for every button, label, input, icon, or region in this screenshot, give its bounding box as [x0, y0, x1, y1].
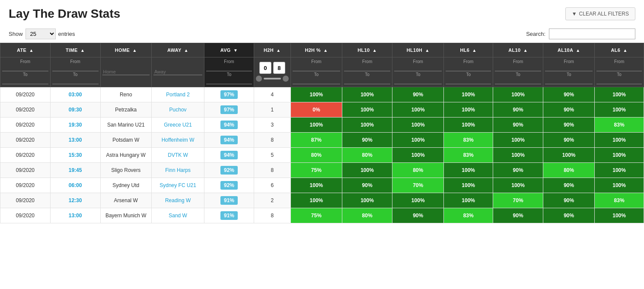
- cell-date: 09/2020: [0, 118, 51, 133]
- filter-al6-to[interactable]: [596, 78, 642, 84]
- entries-label: entries: [58, 31, 75, 37]
- col-al10a[interactable]: AL10A ▲: [543, 43, 595, 57]
- table-row: 09/2020 19:45 Sligo Rovers Finn Harps 92…: [0, 163, 644, 178]
- filter-date-from[interactable]: [2, 65, 48, 71]
- filter-h2hpct-to[interactable]: [293, 78, 340, 84]
- to-label-al10a: To: [545, 72, 593, 77]
- filter-time-from[interactable]: [52, 65, 99, 71]
- cell-hl10h: 100%: [392, 148, 444, 163]
- cell-time: 13:00: [50, 208, 100, 223]
- cell-h2h: 4: [254, 87, 290, 102]
- filter-time: From To: [50, 57, 100, 87]
- clear-filters-button[interactable]: ▼ CLEAR ALL FILTERS: [565, 7, 635, 20]
- cell-al10: 100%: [493, 133, 543, 148]
- filter-time-to[interactable]: [52, 78, 99, 84]
- filter-hl10h-from[interactable]: [394, 65, 442, 71]
- cell-hl6: 83%: [444, 148, 493, 163]
- filter-hl10-from[interactable]: [344, 65, 390, 71]
- cell-al6: 100%: [595, 178, 644, 193]
- col-avg[interactable]: AVG ▼: [204, 43, 254, 57]
- from-label-time: From: [52, 59, 99, 64]
- cell-avg: 94%: [204, 148, 254, 163]
- cell-avg: 94%: [204, 133, 254, 148]
- avg-badge: 92%: [220, 181, 238, 190]
- table-row: 09/2020 15:30 Astra Hungary W DVTK W 94%…: [0, 148, 644, 163]
- cell-home: Sligo Rovers: [100, 163, 151, 178]
- cell-time: 06:00: [50, 178, 100, 193]
- col-al10[interactable]: AL10 ▲: [493, 43, 543, 57]
- col-time[interactable]: TIME ▲: [50, 43, 100, 57]
- filter-h2hpct-from[interactable]: [293, 65, 340, 71]
- sort-arrow-al10a: ▲: [576, 48, 580, 53]
- cell-hl10h: 100%: [392, 133, 444, 148]
- search-input[interactable]: [549, 29, 635, 39]
- filter-al10a: From To: [543, 57, 595, 87]
- filter-avg-to[interactable]: [206, 78, 252, 84]
- col-date[interactable]: ATE ▲: [0, 43, 51, 57]
- filter-hl10h-to[interactable]: [394, 78, 442, 84]
- col-home[interactable]: HOME ▲: [100, 43, 151, 57]
- cell-al10a: 90%: [543, 208, 595, 223]
- cell-h2h: 5: [254, 148, 290, 163]
- cell-al10a: 80%: [543, 163, 595, 178]
- col-hl6[interactable]: HL6 ▲: [444, 43, 493, 57]
- cell-al10a: 100%: [543, 148, 595, 163]
- filter-date: From To: [0, 57, 51, 87]
- h2h-min-display: 0: [259, 62, 271, 74]
- filter-al6: From To: [595, 57, 644, 87]
- filter-date-to[interactable]: [2, 78, 48, 84]
- page-header: Lay The Draw Stats ▼ CLEAR ALL FILTERS: [0, 0, 644, 25]
- filter-hl6-from[interactable]: [446, 65, 491, 71]
- filter-away: [151, 57, 204, 87]
- col-h2h[interactable]: H2H ▲: [254, 43, 290, 57]
- main-table: ATE ▲ TIME ▲ HOME ▲ AWAY ▲ AVG ▼: [0, 43, 644, 223]
- sort-arrow-away: ▲: [184, 48, 188, 53]
- filter-away-input[interactable]: [153, 69, 202, 75]
- cell-h2h-pct: 100%: [290, 118, 342, 133]
- cell-al10a: 90%: [543, 178, 595, 193]
- cell-h2h-pct: 100%: [290, 178, 342, 193]
- col-hl10[interactable]: HL10 ▲: [342, 43, 392, 57]
- sort-arrow-time: ▲: [80, 48, 85, 53]
- cell-date: 09/2020: [0, 163, 51, 178]
- cell-home: Bayern Munich W: [100, 208, 151, 223]
- col-h2h-pct[interactable]: H2H % ▲: [290, 43, 342, 57]
- filter-al6-from[interactable]: [596, 65, 642, 71]
- filter-icon: ▼: [572, 11, 577, 17]
- filter-hl10-to[interactable]: [344, 78, 390, 84]
- filter-al10-to[interactable]: [495, 78, 541, 84]
- cell-away: Hoffenheim W: [151, 133, 204, 148]
- cell-home: Petrzalka: [100, 102, 151, 118]
- filter-home: [100, 57, 151, 87]
- cell-hl10: 100%: [342, 102, 392, 118]
- h2h-slider-left[interactable]: [256, 76, 262, 82]
- sort-arrow-al6: ▲: [623, 48, 628, 53]
- filter-home-input[interactable]: [102, 69, 150, 75]
- filter-hl6-to[interactable]: [446, 78, 491, 84]
- cell-avg: 92%: [204, 163, 254, 178]
- col-hl10h[interactable]: HL10H ▲: [392, 43, 444, 57]
- cell-date: 09/2020: [0, 178, 51, 193]
- from-label-h2hpct: From: [293, 59, 340, 64]
- cell-al6: 83%: [595, 118, 644, 133]
- cell-away: Puchov: [151, 102, 204, 118]
- cell-al6: 100%: [595, 208, 644, 223]
- show-entries: Show 10 25 50 100 entries: [9, 29, 75, 39]
- cell-al10: 100%: [493, 178, 543, 193]
- sort-arrow-avg: ▼: [233, 48, 238, 53]
- filter-hl6: From To: [444, 57, 493, 87]
- h2h-slider-right[interactable]: [283, 76, 289, 82]
- filter-avg: From To: [204, 57, 254, 87]
- from-label-hl6: From: [446, 59, 491, 64]
- cell-h2h-pct: 75%: [290, 208, 342, 223]
- filter-h2h-pct: From To: [290, 57, 342, 87]
- entries-select[interactable]: 10 25 50 100: [26, 29, 56, 39]
- filter-avg-from[interactable]: [206, 65, 252, 71]
- filter-al10a-from[interactable]: [545, 65, 593, 71]
- sort-arrow-h2h-pct: ▲: [323, 48, 328, 53]
- col-away[interactable]: AWAY ▲: [151, 43, 204, 57]
- filter-al10a-to[interactable]: [545, 78, 593, 84]
- filter-al10-from[interactable]: [495, 65, 541, 71]
- cell-al6: 100%: [595, 163, 644, 178]
- col-al6[interactable]: AL6 ▲: [595, 43, 644, 57]
